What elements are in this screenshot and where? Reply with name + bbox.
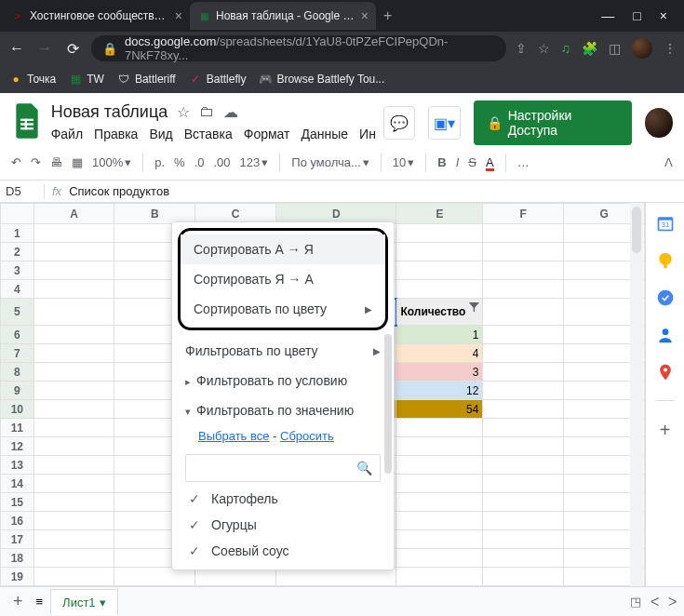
- row-header[interactable]: 3: [1, 261, 34, 280]
- select-all-corner[interactable]: [1, 204, 34, 224]
- row-header[interactable]: 18: [1, 549, 34, 568]
- row-header[interactable]: 9: [1, 382, 34, 400]
- row-header[interactable]: 14: [1, 475, 34, 493]
- doc-title[interactable]: Новая таблица: [51, 102, 168, 122]
- reload-button[interactable]: ⟳: [63, 40, 82, 58]
- row-header[interactable]: 12: [1, 437, 34, 456]
- scroll-left-button[interactable]: ᐸ: [650, 595, 659, 609]
- forward-button[interactable]: →: [35, 40, 54, 57]
- browser-tab-active[interactable]: ▦ Новая таблица - Google Табли ×: [190, 2, 376, 30]
- vertical-scrollbar[interactable]: [630, 203, 643, 603]
- cell-e5[interactable]: Количество: [396, 299, 483, 326]
- fx-value[interactable]: Список продуктов: [69, 184, 169, 198]
- toolbar-more-button[interactable]: …: [517, 155, 530, 169]
- menu-format[interactable]: Формат: [244, 127, 290, 141]
- sort-az-item[interactable]: Сортировать А → Я: [181, 234, 385, 264]
- bookmark-item[interactable]: 🛡Battleriff: [117, 73, 176, 86]
- close-icon[interactable]: ×: [361, 8, 369, 23]
- row-header[interactable]: 6: [1, 326, 34, 344]
- filter-value-item[interactable]: ✓Огурцы: [172, 512, 394, 538]
- cell[interactable]: 3: [396, 363, 483, 382]
- col-header[interactable]: F: [483, 204, 564, 224]
- name-box[interactable]: D5: [0, 184, 45, 198]
- calendar-icon[interactable]: 31: [656, 214, 675, 233]
- close-window-button[interactable]: ×: [660, 8, 667, 23]
- explore-button[interactable]: ◳: [630, 595, 641, 609]
- tasks-icon[interactable]: [656, 288, 675, 307]
- collapse-toolbar-button[interactable]: ᐱ: [664, 155, 673, 169]
- install-icon[interactable]: ◫: [609, 41, 621, 56]
- row-header[interactable]: 5: [1, 299, 34, 326]
- account-avatar[interactable]: [645, 108, 673, 138]
- menu-button[interactable]: ⋮: [664, 41, 677, 56]
- row-header[interactable]: 17: [1, 530, 34, 549]
- filter-value-item[interactable]: ✓Картофель: [172, 486, 394, 512]
- cell[interactable]: 4: [396, 344, 483, 363]
- currency-button[interactable]: р.: [154, 155, 165, 169]
- star-icon[interactable]: ☆: [177, 103, 190, 121]
- all-sheets-button[interactable]: ≡: [36, 595, 44, 609]
- row-header[interactable]: 11: [1, 419, 34, 437]
- paint-format-button[interactable]: ▦: [72, 155, 83, 169]
- star-icon[interactable]: ☆: [538, 41, 550, 56]
- filter-search-input[interactable]: 🔍: [185, 454, 381, 482]
- present-button[interactable]: ▣▾: [428, 106, 460, 140]
- new-tab-button[interactable]: +: [376, 7, 399, 24]
- maximize-button[interactable]: □: [633, 8, 640, 23]
- text-color-button[interactable]: A: [486, 155, 494, 169]
- profile-avatar[interactable]: [632, 38, 652, 59]
- col-header[interactable]: A: [34, 204, 114, 224]
- undo-button[interactable]: ↶: [11, 155, 21, 169]
- select-all-link[interactable]: Выбрать все: [198, 429, 269, 443]
- bookmark-item[interactable]: 🎮Browse Battlefy Tou...: [259, 73, 384, 86]
- row-header[interactable]: 8: [1, 363, 34, 382]
- row-header[interactable]: 1: [1, 224, 34, 243]
- redo-button[interactable]: ↷: [31, 155, 41, 169]
- filter-by-condition-item[interactable]: ▸Фильтровать по условию: [172, 366, 394, 395]
- extension-icon[interactable]: ♫: [561, 41, 571, 56]
- url-input[interactable]: 🔒 docs.google.com/spreadsheets/d/1YaU8-0…: [91, 35, 506, 61]
- cloud-icon[interactable]: ☁: [223, 103, 238, 121]
- menu-more[interactable]: Ин: [359, 127, 376, 141]
- close-icon[interactable]: ×: [175, 8, 182, 23]
- row-header[interactable]: 13: [1, 456, 34, 475]
- bold-button[interactable]: B: [437, 155, 446, 169]
- add-panel-button[interactable]: +: [660, 420, 671, 441]
- sort-za-item[interactable]: Сортировать Я → А: [181, 264, 385, 294]
- chevron-down-icon[interactable]: ▾: [100, 596, 106, 609]
- sort-by-color-item[interactable]: Сортировать по цвету▶: [181, 294, 385, 324]
- row-header[interactable]: 15: [1, 493, 34, 512]
- font-size-select[interactable]: 10 ▾: [393, 155, 414, 169]
- share-button[interactable]: 🔒 Настройки Доступа: [474, 100, 632, 145]
- strike-button[interactable]: S: [468, 155, 476, 169]
- browser-tab[interactable]: > Хостинговое сообщество «Time ×: [4, 2, 190, 30]
- number-format-select[interactable]: 123▾: [240, 155, 269, 169]
- menu-data[interactable]: Данные: [302, 127, 349, 141]
- comments-button[interactable]: 💬: [383, 106, 415, 140]
- italic-button[interactable]: I: [456, 155, 460, 169]
- menu-edit[interactable]: Правка: [94, 127, 138, 141]
- bookmark-item[interactable]: ▦TW: [69, 73, 104, 86]
- row-header[interactable]: 19: [1, 568, 34, 586]
- sheet-tab-active[interactable]: Лист1 ▾: [50, 589, 117, 615]
- zoom-select[interactable]: 100% ▾: [92, 155, 131, 169]
- contacts-icon[interactable]: [656, 326, 675, 344]
- row-header[interactable]: 16: [1, 512, 34, 530]
- menu-view[interactable]: Вид: [149, 127, 172, 141]
- extensions-button[interactable]: 🧩: [582, 41, 597, 56]
- increase-decimal-button[interactable]: .00: [214, 155, 231, 169]
- filter-icon[interactable]: [467, 301, 480, 314]
- share-icon[interactable]: ⇪: [516, 41, 527, 56]
- reset-link[interactable]: Сбросить: [280, 429, 334, 443]
- maps-icon[interactable]: [656, 363, 675, 382]
- move-icon[interactable]: 🗀: [199, 103, 214, 120]
- spreadsheet-grid[interactable]: A B C D E F G 1 2 3 4 5 Список продуктов…: [0, 203, 645, 603]
- bookmark-item[interactable]: ✓Battlefly: [189, 73, 247, 86]
- sheets-logo[interactable]: [11, 100, 44, 141]
- keep-icon[interactable]: [656, 251, 675, 270]
- font-select[interactable]: По умолча... ▾: [291, 155, 369, 169]
- row-header[interactable]: 7: [1, 344, 34, 363]
- cell[interactable]: 12: [396, 382, 483, 400]
- cell[interactable]: 1: [396, 326, 483, 344]
- row-header[interactable]: 10: [1, 400, 34, 419]
